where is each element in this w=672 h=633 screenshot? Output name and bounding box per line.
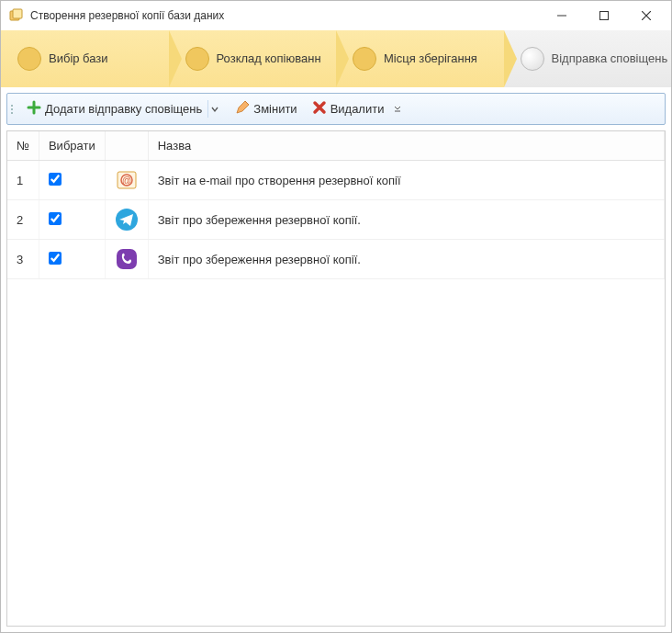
table-row[interactable]: 2 Звіт про збереження резервної копії. <box>7 200 665 240</box>
step-select-db[interactable]: Вибір бази <box>1 30 169 87</box>
telegram-icon <box>115 208 139 232</box>
header-number[interactable]: № <box>7 131 39 161</box>
row-checkbox[interactable] <box>49 212 62 225</box>
step-schedule[interactable]: Розклад копіюванн <box>169 30 337 87</box>
titlebar: Створення резервної копії бази даних <box>1 1 671 30</box>
add-notification-label: Додати відправку сповіщень <box>45 102 202 116</box>
toolbar-container: Додати відправку сповіщень Змінити Видал… <box>1 87 671 130</box>
cell-name: Звіт про збереження резервної копії. <box>148 240 664 279</box>
svg-rect-7 <box>117 249 137 269</box>
header-select[interactable]: Вибрати <box>39 131 105 161</box>
maximize-button[interactable] <box>583 2 625 29</box>
cell-icon: @ <box>105 161 148 200</box>
header-icon[interactable] <box>105 131 148 161</box>
table-row[interactable]: 1 @ Звіт на e-mail про створення резервн… <box>7 161 665 200</box>
toolbar: Додати відправку сповіщень Змінити Видал… <box>6 93 666 125</box>
plus-icon <box>27 100 41 118</box>
notifications-table-container: № Вибрати Назва 1 @ Звіт на e-mail про с… <box>6 130 666 627</box>
step-dot-icon <box>353 47 376 71</box>
row-checkbox[interactable] <box>49 173 62 186</box>
table-row[interactable]: 3 Звіт про збереження резервної копії. <box>7 240 665 279</box>
chevron-down-icon[interactable] <box>207 100 220 118</box>
svg-text:@: @ <box>122 175 131 186</box>
app-window: Створення резервної копії бази даних Виб… <box>0 0 672 633</box>
add-notification-button[interactable]: Додати відправку сповіщень <box>20 96 227 121</box>
delete-label: Видалити <box>330 102 385 116</box>
step-label: Розклад копіюванн <box>217 51 321 66</box>
viber-icon <box>115 247 139 271</box>
pencil-icon <box>235 100 250 118</box>
cell-select <box>39 200 105 240</box>
window-title: Створення резервної копії бази даних <box>30 9 541 22</box>
toolbar-overflow-icon[interactable] <box>392 104 403 115</box>
cell-select <box>39 240 105 279</box>
app-icon <box>8 7 25 24</box>
cell-name: Звіт на e-mail про створення резервної к… <box>148 161 664 200</box>
cell-name: Звіт про збереження резервної копії. <box>148 200 664 240</box>
step-label: Місця зберігання <box>384 51 477 66</box>
cell-select <box>39 161 105 200</box>
step-dot-icon <box>185 47 209 71</box>
header-name[interactable]: Назва <box>148 131 664 161</box>
svg-rect-2 <box>600 12 609 20</box>
edit-button[interactable]: Змінити <box>229 96 303 121</box>
step-label: Вибір бази <box>49 51 108 66</box>
step-dot-icon <box>521 47 544 71</box>
toolbar-grip-icon[interactable] <box>11 96 17 121</box>
row-checkbox[interactable] <box>49 252 62 265</box>
close-button[interactable] <box>625 2 667 29</box>
delete-button[interactable]: Видалити <box>306 96 391 121</box>
notifications-table: № Вибрати Назва 1 @ Звіт на e-mail про с… <box>7 131 665 279</box>
svg-rect-1 <box>13 9 22 18</box>
cell-icon <box>105 200 148 240</box>
step-notifications[interactable]: Відправка сповіщень <box>504 30 672 87</box>
step-storage[interactable]: Місця зберігання <box>336 30 504 87</box>
wizard-steps: Вибір бази Розклад копіюванн Місця збері… <box>1 30 671 87</box>
cell-icon <box>105 240 148 279</box>
cell-number: 3 <box>7 240 39 279</box>
cell-number: 1 <box>7 161 39 200</box>
minimize-button[interactable] <box>541 2 583 29</box>
step-label: Відправка сповіщень <box>552 51 668 66</box>
step-dot-icon <box>17 47 41 71</box>
delete-icon <box>312 100 327 118</box>
cell-number: 2 <box>7 200 39 240</box>
edit-label: Змінити <box>253 102 297 116</box>
email-icon: @ <box>115 168 139 192</box>
